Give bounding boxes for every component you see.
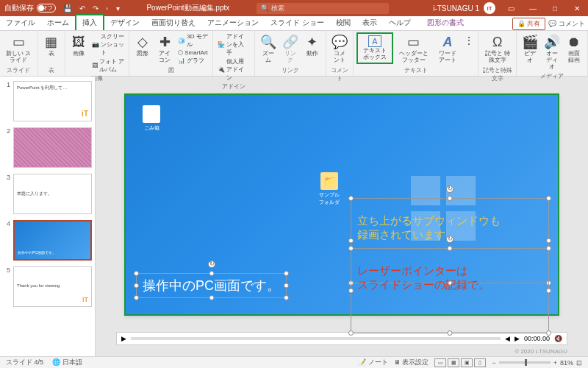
desktop-folder: 📁サンプルフォルダ xyxy=(317,172,342,206)
symbol-icon: Ω xyxy=(490,34,506,50)
undo-icon[interactable]: ↶ xyxy=(79,4,85,13)
media-playbar[interactable]: ▶ ◀ ▶ 00:00.00 🔇 xyxy=(116,332,567,345)
tab-transitions[interactable]: 画面切り替え xyxy=(146,15,201,30)
screenshot-button[interactable]: 📷スクリーンショット xyxy=(90,32,126,57)
comment-button[interactable]: 💬コメント xyxy=(329,32,350,66)
current-slide[interactable]: 🗑ごみ箱 📁サンプルフォルダ 立ち上がるサブウィンドウも 録画されています。 レ… xyxy=(125,94,559,315)
text-box-3[interactable]: 操作中のPC画面です。 xyxy=(136,273,287,298)
photo-album-button[interactable]: 🖼フォト アルバム xyxy=(90,57,126,74)
ribbon-tabs: ファイル ホーム 挿入 デザイン 画面切り替え アニメーション スライド ショー… xyxy=(0,16,588,31)
tab-help[interactable]: ヘルプ xyxy=(383,15,417,30)
prev-icon[interactable]: ◀ xyxy=(505,335,510,342)
ribbon-options-icon[interactable]: ▭ xyxy=(500,0,522,16)
get-addins-button[interactable]: 🏪アドインを入手 xyxy=(216,32,251,57)
workspace: 1PowerPoint を利用して…iT 2 3本題に入ります。 4操作中のPC… xyxy=(0,77,588,356)
share-button[interactable]: 🔒 共有 xyxy=(512,18,546,30)
rotate-handle[interactable] xyxy=(208,261,215,268)
fit-icon[interactable]: ⊡ xyxy=(576,359,582,367)
zoom-out-icon[interactable]: − xyxy=(492,359,495,367)
thumbnail[interactable]: 5Thank you for viewingiT xyxy=(3,266,92,307)
tab-review[interactable]: 校閲 xyxy=(330,15,356,30)
chart-button[interactable]: 📊グラフ xyxy=(176,57,209,65)
minimize-icon[interactable]: — xyxy=(522,0,544,16)
slideshow-view-icon[interactable]: ▯ xyxy=(474,358,486,367)
video-icon: 🎬 xyxy=(522,34,538,50)
image-button[interactable]: 🖼画像 xyxy=(68,32,89,59)
tab-shape-format[interactable]: 図形の書式 xyxy=(421,15,470,30)
screen-recording-button[interactable]: ⏺画面 録画 xyxy=(564,32,584,66)
language-status[interactable]: 🌐 日本語 xyxy=(52,358,82,367)
dropdown-icon[interactable]: ▾ xyxy=(116,4,120,13)
normal-view-icon[interactable]: ▭ xyxy=(434,358,446,367)
seek-track[interactable] xyxy=(131,337,501,340)
search-input[interactable]: 🔍 検索 xyxy=(257,3,389,14)
desktop-recycle-bin: 🗑ごみ箱 xyxy=(139,105,164,132)
symbol-button[interactable]: Ω記号と 特殊文字 xyxy=(481,32,513,66)
zoom-in-icon[interactable]: + xyxy=(553,359,557,367)
tab-animations[interactable]: アニメーション xyxy=(201,15,265,30)
wordart-button[interactable]: Aワード アート xyxy=(434,32,462,66)
start-icon[interactable]: ▫ xyxy=(106,4,109,13)
zoom-control[interactable]: − + 81% ⊡ xyxy=(492,359,582,367)
audio-button[interactable]: 🔊オーディオ xyxy=(542,32,562,71)
quick-access-toolbar: 💾 ↶ ↷ ▫ ▾ xyxy=(63,4,120,13)
header-footer-button[interactable]: ▭ヘッダーと フッター xyxy=(395,32,432,66)
folder-icon: 📁 xyxy=(320,172,338,190)
tab-design[interactable]: デザイン xyxy=(104,15,146,30)
rotate-handle[interactable] xyxy=(446,236,453,243)
new-slide-button[interactable]: ▭新しい スライド xyxy=(3,32,35,66)
play-icon[interactable]: ▶ xyxy=(121,335,126,342)
notes-button[interactable]: 📝 ノート xyxy=(358,358,388,367)
icons-icon: ✚ xyxy=(157,34,173,50)
shapes-icon: ◇ xyxy=(135,34,151,50)
action-button[interactable]: ✦動作 xyxy=(302,32,323,59)
action-icon: ✦ xyxy=(304,34,320,50)
tab-insert[interactable]: 挿入 xyxy=(75,14,104,30)
save-icon[interactable]: 💾 xyxy=(63,4,72,13)
thumbnail[interactable]: 4操作中のPC画面です。 xyxy=(3,220,92,261)
zoom-slider[interactable] xyxy=(499,361,551,364)
slide-counter[interactable]: スライド 4/5 xyxy=(6,358,43,367)
thumbnail[interactable]: 1PowerPoint を利用して…iT xyxy=(3,81,92,121)
autosave-toggle[interactable]: 自動保存 オフ xyxy=(4,3,56,13)
maximize-icon[interactable]: □ xyxy=(544,0,566,16)
audio-icon: 🔊 xyxy=(544,34,560,50)
thumbnail[interactable]: 2 xyxy=(3,127,92,168)
user-account[interactable]: i-TSUNAGU 1 iT xyxy=(433,2,495,14)
textbox-button[interactable]: Aテキスト ボックス xyxy=(356,32,393,64)
redo-icon[interactable]: ↷ xyxy=(93,4,98,13)
reading-view-icon[interactable]: ▣ xyxy=(461,358,473,367)
rotate-handle[interactable] xyxy=(446,185,453,193)
volume-icon[interactable]: 🔇 xyxy=(554,335,562,342)
image-icon: 🖼 xyxy=(71,34,87,50)
sorter-view-icon[interactable]: ▦ xyxy=(448,358,459,367)
thumbnail[interactable]: 3本題に入ります。 xyxy=(3,174,92,214)
video-button[interactable]: 🎬ビデオ xyxy=(520,32,540,66)
zoom-icon: 🔍 xyxy=(260,34,276,50)
next-icon[interactable]: ▶ xyxy=(514,335,520,342)
close-icon[interactable]: ✕ xyxy=(566,0,588,16)
slide-thumbnails: 1PowerPoint を利用して…iT 2 3本題に入ります。 4操作中のPC… xyxy=(0,77,96,356)
shapes-button[interactable]: ◇図形 xyxy=(132,32,153,59)
text-more-button[interactable]: ⋮ xyxy=(462,32,475,49)
view-buttons: ▭ ▦ ▣ ▯ xyxy=(434,358,486,367)
text-box-2[interactable]: レーザーポインターは スライドショーの記録で。 xyxy=(351,248,549,333)
3dmodel-button[interactable]: 🧊3D モデル xyxy=(176,32,209,49)
zoom-level[interactable]: 81% xyxy=(560,359,573,367)
comments-button[interactable]: 💬 コメント xyxy=(548,19,585,29)
tab-file[interactable]: ファイル xyxy=(0,15,41,30)
smartart-button[interactable]: ⬡SmartArt xyxy=(176,49,209,56)
display-settings-button[interactable]: 🖥 表示設定 xyxy=(394,358,429,367)
status-bar: スライド 4/5 🌐 日本語 📝 ノート 🖥 表示設定 ▭ ▦ ▣ ▯ − + … xyxy=(0,356,588,368)
tab-slideshow[interactable]: スライド ショー xyxy=(265,15,330,30)
tab-home[interactable]: ホーム xyxy=(41,15,75,30)
new-slide-icon: ▭ xyxy=(10,34,26,50)
zoom-button[interactable]: 🔍ズー ム xyxy=(258,32,279,66)
copyright-text: © 2020 i-TSUNAGU xyxy=(116,348,567,355)
table-button[interactable]: ▦表 xyxy=(41,32,62,59)
tab-view[interactable]: 表示 xyxy=(356,15,383,30)
playback-time: 00:00.00 xyxy=(524,335,550,342)
link-button[interactable]: 🔗リン ク xyxy=(280,32,301,66)
icons-button[interactable]: ✚アイ コン xyxy=(154,32,175,66)
recycle-bin-icon: 🗑 xyxy=(143,105,160,123)
